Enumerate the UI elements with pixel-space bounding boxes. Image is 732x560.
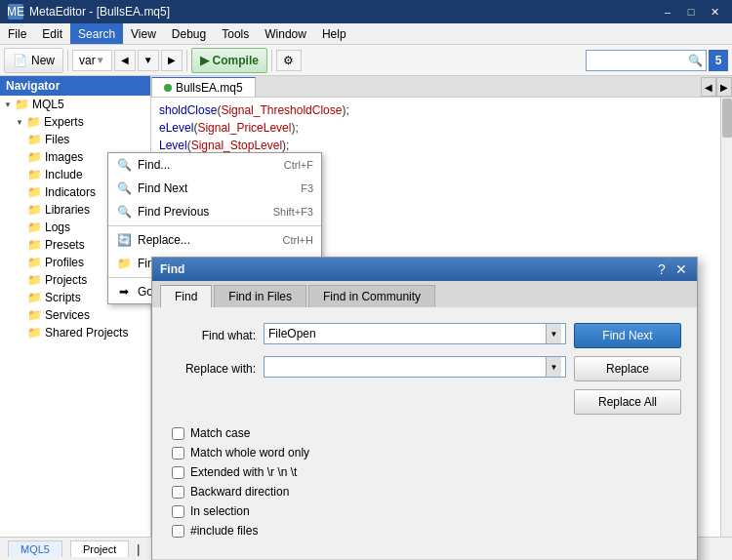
toolbar-separator-3 (271, 50, 272, 71)
toolbar-search-input[interactable] (587, 52, 684, 69)
menu-item-find-next[interactable]: 🔍 Find Next F3 (108, 177, 321, 200)
replace-icon: 🔄 (116, 232, 132, 248)
tab-nav-right[interactable]: ▶ (716, 77, 732, 97)
mql5-folder-icon: 📁 (15, 98, 29, 111)
menu-item-find-previous[interactable]: 🔍 Find Previous Shift+F3 (108, 200, 321, 223)
menu-debug[interactable]: Debug (164, 23, 214, 44)
menu-item-find[interactable]: 🔍 Find... Ctrl+F (108, 153, 321, 177)
tree-item-shared-projects[interactable]: 📁 Shared Projects (23, 324, 150, 341)
close-button[interactable]: ✕ (705, 4, 724, 20)
dialog-tab-find-in-files[interactable]: Find in Files (214, 285, 306, 307)
presets-folder-icon: 📁 (27, 238, 42, 252)
toolbar-separator-2 (186, 50, 187, 71)
navigator-header: Navigator (0, 76, 150, 96)
tab-navigation: ◀ ▶ (701, 77, 732, 97)
minimize-button[interactable]: – (658, 4, 677, 20)
include-files-label[interactable]: #include files (190, 524, 258, 538)
find-dialog: Find ? ✕ Find Find in Files Find in Comm… (151, 257, 698, 560)
checkbox-whole-word: Match whole word only (168, 446, 681, 460)
replace-all-button[interactable]: Replace All (574, 389, 681, 415)
projects-folder-icon: 📁 (27, 273, 42, 287)
var-display: var ▼ (72, 50, 112, 71)
menu-window[interactable]: Window (257, 23, 314, 44)
app-title: MetaEditor - [BullsEA.mq5] (29, 5, 170, 19)
find-previous-icon: 🔍 (116, 204, 132, 220)
menu-separator-1 (108, 225, 321, 226)
tree-item-files[interactable]: 📁 Files (23, 131, 150, 148)
find-what-input[interactable] (268, 327, 546, 340)
backward-label[interactable]: Backward direction (190, 485, 289, 499)
logs-folder-icon: 📁 (27, 220, 42, 234)
checkbox-backward: Backward direction (168, 485, 681, 499)
tab-active-indicator (164, 84, 172, 92)
whole-word-label[interactable]: Match whole word only (190, 446, 309, 460)
in-selection-checkbox[interactable] (172, 505, 184, 518)
match-case-checkbox[interactable] (172, 427, 184, 440)
dialog-close-button[interactable]: ✕ (673, 261, 689, 277)
menu-help[interactable]: Help (314, 23, 354, 44)
find-next-icon: 🔍 (116, 180, 132, 196)
checkbox-extended: Extended with \r \n \t (168, 465, 681, 479)
menu-item-replace[interactable]: 🔄 Replace... Ctrl+H (108, 228, 321, 252)
menu-tools[interactable]: Tools (214, 23, 257, 44)
find-what-field: Find what: ▼ Find Next (168, 323, 681, 348)
match-case-label[interactable]: Match case (190, 426, 250, 440)
services-folder-icon: 📁 (27, 308, 42, 322)
checkbox-match-case: Match case (168, 426, 681, 440)
scrollbar-thumb[interactable] (722, 99, 732, 138)
images-folder-icon: 📁 (27, 150, 42, 164)
new-button[interactable]: 📄 New (4, 48, 63, 73)
dialog-tab-find-in-community[interactable]: Find in Community (308, 285, 435, 307)
menu-edit[interactable]: Edit (34, 23, 70, 44)
dialog-tab-find[interactable]: Find (160, 285, 212, 307)
compile-button[interactable]: ▶ Compile (191, 48, 267, 73)
tab-nav-left[interactable]: ◀ (701, 77, 716, 97)
extended-label[interactable]: Extended with \r \n \t (190, 465, 297, 479)
find-what-input-wrap: ▼ Find Next (264, 323, 681, 348)
maximize-button[interactable]: □ (681, 4, 701, 20)
in-selection-label[interactable]: In selection (190, 504, 250, 518)
include-files-checkbox[interactable] (172, 525, 184, 538)
toolbar-search-button[interactable]: 🔍 (684, 50, 706, 71)
tab-counter: 5 (709, 50, 728, 71)
var-nav-down[interactable]: ▼ (138, 50, 159, 71)
replace-with-combo: ▼ (264, 356, 566, 378)
include-folder-icon: 📁 (27, 168, 42, 181)
dialog-help-button[interactable]: ? (654, 261, 670, 277)
replace-with-dropdown-arrow[interactable]: ▼ (546, 357, 561, 377)
toolbar: 📄 New var ▼ ◀ ▼ ▶ ▶ Compile ⚙ 🔍 5 (0, 45, 732, 76)
tree-item-mql5[interactable]: ▼ 📁 MQL5 (0, 96, 150, 113)
find-what-combo: ▼ (264, 323, 566, 344)
editor-scrollbar[interactable] (720, 98, 732, 537)
tree-item-services[interactable]: 📁 Services (23, 306, 150, 324)
menu-file[interactable]: File (0, 23, 34, 44)
find-next-button[interactable]: Find Next (574, 323, 681, 348)
title-bar: ME MetaEditor - [BullsEA.mq5] – □ ✕ (0, 0, 732, 23)
replace-with-input-wrap: ▼ Replace (264, 356, 681, 381)
replace-with-label: Replace with: (168, 362, 256, 376)
navigator-panel: Navigator ▼ 📁 MQL5 ▼ 📁 Experts 📁 Files 📁… (0, 76, 151, 537)
goto-line-icon: ➡ (116, 284, 132, 300)
extended-checkbox[interactable] (172, 466, 184, 479)
menu-view[interactable]: View (123, 23, 164, 44)
app-icon: ME (8, 4, 23, 20)
status-tab-mql5[interactable]: MQL5 (8, 540, 62, 557)
replace-button[interactable]: Replace (574, 356, 681, 381)
settings-button[interactable]: ⚙ (276, 50, 302, 71)
backward-checkbox[interactable] (172, 486, 184, 499)
experts-folder-icon: 📁 (26, 115, 41, 129)
menu-search[interactable]: Search (70, 23, 123, 44)
find-in-files-icon: 📁 (116, 256, 132, 271)
replace-with-input[interactable] (268, 360, 546, 374)
tree-item-experts[interactable]: ▼ 📁 Experts (12, 113, 150, 131)
whole-word-checkbox[interactable] (172, 447, 184, 460)
tree-mql5-label: MQL5 (32, 98, 64, 111)
var-nav-left[interactable]: ◀ (114, 50, 136, 71)
editor-tab-bullsea[interactable]: BullsEA.mq5 (151, 77, 256, 97)
var-nav-right[interactable]: ▶ (161, 50, 183, 71)
status-tab-project[interactable]: Project (70, 540, 129, 557)
find-what-dropdown-arrow[interactable]: ▼ (546, 324, 561, 343)
scripts-folder-icon: 📁 (27, 291, 42, 304)
indicators-folder-icon: 📁 (27, 185, 42, 199)
mql5-expand-arrow: ▼ (4, 100, 12, 109)
